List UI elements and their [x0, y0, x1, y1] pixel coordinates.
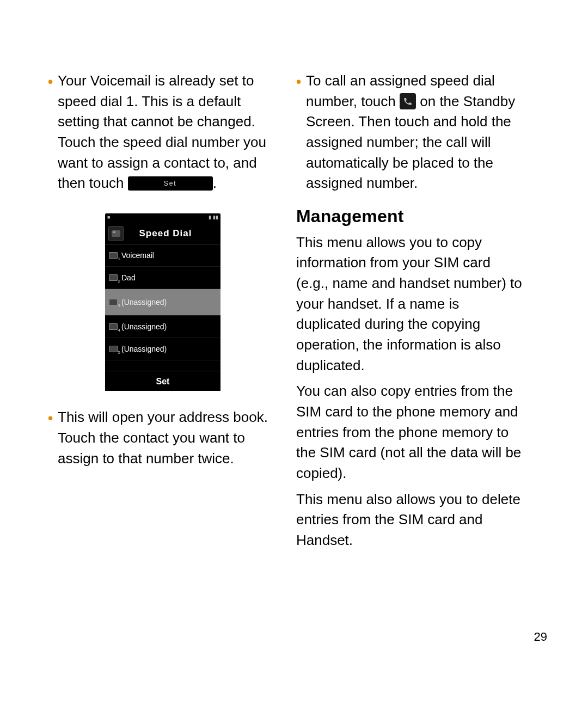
row-index: 2	[118, 278, 120, 285]
svg-rect-0	[112, 230, 120, 237]
contact-card-icon: 5	[108, 345, 118, 353]
phone-screen-title: Speed Dial	[127, 227, 220, 241]
speed-dial-app-icon	[108, 226, 124, 241]
speed-dial-row[interactable]: 5 (Unassigned)	[105, 338, 220, 360]
speed-dial-list: 1 Voicemail 2 Dad 3 (Unassigned) 4 (Unas…	[105, 244, 220, 371]
bullet-text: Your Voicemail is already set to speed d…	[58, 71, 278, 194]
speed-dial-row[interactable]: 1 Voicemail	[105, 244, 220, 267]
manual-page: • Your Voicemail is already set to speed…	[0, 0, 588, 705]
contact-card-icon: 2	[108, 274, 118, 281]
row-index: 5	[118, 350, 120, 356]
bullet-item: • This will open your address book. Touc…	[48, 407, 278, 469]
contact-card-icon: 3	[108, 298, 118, 306]
management-para-2: You can also copy entries from the SIM c…	[296, 381, 526, 483]
bullet-text-part1: Your Voicemail is already set to speed d…	[58, 72, 266, 191]
speed-dial-label: (Unassigned)	[121, 344, 217, 354]
set-button-icon: Set	[128, 176, 213, 191]
speed-dial-row[interactable]: 2 Dad	[105, 267, 220, 289]
bullet-icon: •	[296, 71, 306, 194]
svg-rect-1	[113, 231, 115, 233]
contact-card-icon: 4	[108, 323, 118, 330]
bullet-icon: •	[48, 407, 58, 469]
row-index: 1	[118, 256, 120, 262]
bullet-text: This will open your address book. Touch …	[58, 407, 278, 469]
phone-title-row: Speed Dial	[105, 223, 220, 244]
phone-status-bar: ■ ▮ ▮▮	[105, 213, 220, 223]
bullet-icon: •	[48, 71, 58, 194]
phone-set-button[interactable]: Set	[105, 371, 220, 391]
row-index: 4	[118, 327, 120, 334]
management-heading: Management	[296, 204, 526, 229]
speed-dial-label: Dad	[121, 272, 217, 283]
speed-dial-label: (Unassigned)	[121, 297, 217, 308]
page-number: 29	[534, 630, 547, 644]
speed-dial-label: (Unassigned)	[121, 321, 217, 332]
bullet-text-part2: .	[213, 175, 217, 191]
right-column: • To call an assigned speed dial number,…	[296, 71, 526, 705]
status-battery-icon: ▮ ▮▮	[209, 214, 218, 223]
row-index: 3	[118, 303, 120, 309]
management-para-3: This menu also allows you to delete entr…	[296, 489, 526, 551]
speed-dial-row-selected[interactable]: 3 (Unassigned)	[105, 289, 220, 316]
status-signal-icon: ■	[107, 214, 110, 223]
speed-dial-row[interactable]: 4 (Unassigned)	[105, 316, 220, 338]
left-column: • Your Voicemail is already set to speed…	[48, 71, 278, 705]
speed-dial-label: Voicemail	[121, 250, 217, 261]
phone-call-icon	[400, 93, 416, 109]
contact-card-icon: 1	[108, 252, 118, 259]
bullet-item: • Your Voicemail is already set to speed…	[48, 71, 278, 194]
bullet-item: • To call an assigned speed dial number,…	[296, 71, 526, 194]
bullet-text: To call an assigned speed dial number, t…	[306, 71, 526, 194]
management-para-1: This menu allows you to copy information…	[296, 232, 526, 376]
phone-screenshot: ■ ▮ ▮▮ Speed Dial 1 Voicemail 2 Dad	[105, 213, 220, 391]
